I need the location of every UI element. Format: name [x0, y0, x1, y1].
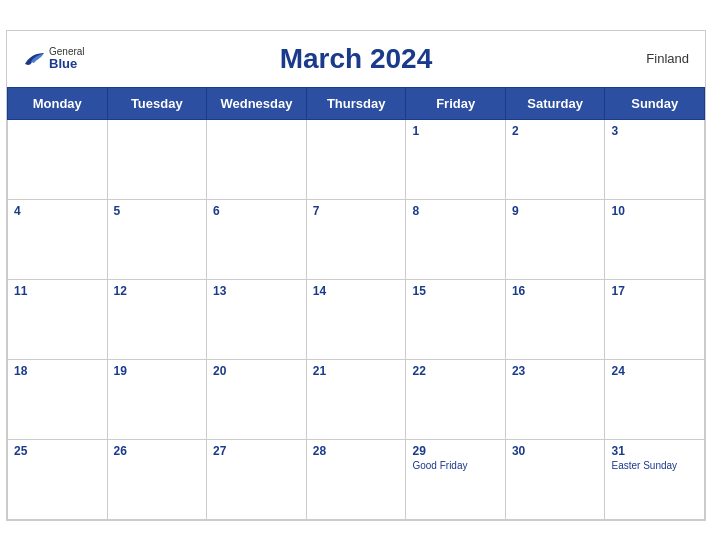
day-number: 16 — [512, 284, 599, 298]
day-number: 10 — [611, 204, 698, 218]
day-number: 18 — [14, 364, 101, 378]
day-cell: 8 — [406, 199, 505, 279]
week-row-1: 123 — [8, 119, 705, 199]
logo-wrapper: General Blue — [23, 46, 85, 71]
day-cell: 16 — [505, 279, 605, 359]
day-number: 20 — [213, 364, 300, 378]
day-cell: 31Easter Sunday — [605, 439, 705, 519]
week-row-3: 11121314151617 — [8, 279, 705, 359]
day-cell: 1 — [406, 119, 505, 199]
day-cell — [207, 119, 307, 199]
day-number: 13 — [213, 284, 300, 298]
day-cell: 30 — [505, 439, 605, 519]
day-number: 25 — [14, 444, 101, 458]
day-cell: 21 — [306, 359, 406, 439]
day-number: 26 — [114, 444, 201, 458]
day-cell: 29Good Friday — [406, 439, 505, 519]
day-cell: 22 — [406, 359, 505, 439]
day-number: 21 — [313, 364, 400, 378]
day-number: 23 — [512, 364, 599, 378]
day-cell: 2 — [505, 119, 605, 199]
weekday-header-row: Monday Tuesday Wednesday Thursday Friday… — [8, 87, 705, 119]
day-cell: 3 — [605, 119, 705, 199]
day-number: 29 — [412, 444, 498, 458]
day-cell: 17 — [605, 279, 705, 359]
day-number: 8 — [412, 204, 498, 218]
col-saturday: Saturday — [505, 87, 605, 119]
calendar-title: March 2024 — [280, 43, 433, 75]
day-cell: 10 — [605, 199, 705, 279]
day-number: 14 — [313, 284, 400, 298]
col-thursday: Thursday — [306, 87, 406, 119]
day-cell: 28 — [306, 439, 406, 519]
day-cell: 24 — [605, 359, 705, 439]
day-number: 6 — [213, 204, 300, 218]
day-cell: 13 — [207, 279, 307, 359]
day-number: 12 — [114, 284, 201, 298]
day-cell: 9 — [505, 199, 605, 279]
day-number: 4 — [14, 204, 101, 218]
day-cell: 11 — [8, 279, 108, 359]
day-number: 1 — [412, 124, 498, 138]
day-cell: 19 — [107, 359, 207, 439]
day-number: 2 — [512, 124, 599, 138]
holiday-label: Good Friday — [412, 460, 498, 471]
day-number: 19 — [114, 364, 201, 378]
week-row-4: 18192021222324 — [8, 359, 705, 439]
day-cell — [306, 119, 406, 199]
day-cell: 5 — [107, 199, 207, 279]
week-row-5: 2526272829Good Friday3031Easter Sunday — [8, 439, 705, 519]
calendar-body: 1234567891011121314151617181920212223242… — [8, 119, 705, 519]
day-cell: 4 — [8, 199, 108, 279]
calendar-table: Monday Tuesday Wednesday Thursday Friday… — [7, 87, 705, 520]
col-tuesday: Tuesday — [107, 87, 207, 119]
day-number: 15 — [412, 284, 498, 298]
day-number: 30 — [512, 444, 599, 458]
day-cell: 6 — [207, 199, 307, 279]
col-wednesday: Wednesday — [207, 87, 307, 119]
logo-text: General Blue — [49, 46, 85, 71]
day-cell: 20 — [207, 359, 307, 439]
day-number: 17 — [611, 284, 698, 298]
col-sunday: Sunday — [605, 87, 705, 119]
day-number: 9 — [512, 204, 599, 218]
day-cell: 26 — [107, 439, 207, 519]
country-label: Finland — [646, 51, 689, 66]
day-number: 28 — [313, 444, 400, 458]
logo-blue: Blue — [49, 57, 85, 71]
logo: General Blue — [23, 46, 85, 71]
day-cell: 7 — [306, 199, 406, 279]
logo-bird-icon — [23, 50, 45, 66]
day-number: 22 — [412, 364, 498, 378]
day-cell: 14 — [306, 279, 406, 359]
calendar-container: General Blue March 2024 Finland Monday T… — [6, 30, 706, 521]
day-cell: 27 — [207, 439, 307, 519]
day-cell — [107, 119, 207, 199]
day-cell: 23 — [505, 359, 605, 439]
day-cell: 18 — [8, 359, 108, 439]
day-cell: 15 — [406, 279, 505, 359]
day-number: 31 — [611, 444, 698, 458]
calendar-header: General Blue March 2024 Finland — [7, 31, 705, 87]
day-cell: 12 — [107, 279, 207, 359]
holiday-label: Easter Sunday — [611, 460, 698, 471]
col-monday: Monday — [8, 87, 108, 119]
day-cell: 25 — [8, 439, 108, 519]
day-number: 11 — [14, 284, 101, 298]
day-number: 5 — [114, 204, 201, 218]
day-number: 7 — [313, 204, 400, 218]
week-row-2: 45678910 — [8, 199, 705, 279]
col-friday: Friday — [406, 87, 505, 119]
day-number: 3 — [611, 124, 698, 138]
day-cell — [8, 119, 108, 199]
day-number: 24 — [611, 364, 698, 378]
day-number: 27 — [213, 444, 300, 458]
